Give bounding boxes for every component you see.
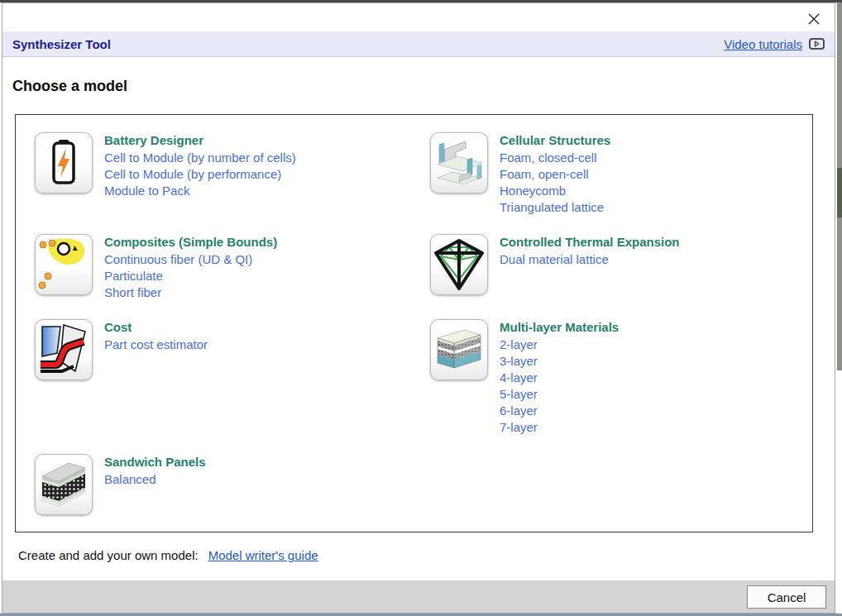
group-composites: Composites (Simple Bounds) Continuous fi…: [35, 234, 430, 301]
model-chooser-panel: Battery Designer Cell to Module (by numb…: [15, 114, 813, 532]
link-module-to-pack[interactable]: Module to Pack: [104, 183, 296, 199]
link-foam-closed-cell[interactable]: Foam, closed-cell: [500, 150, 610, 166]
group-title: Composites (Simple Bounds): [104, 234, 277, 251]
close-button[interactable]: [804, 9, 824, 29]
create-model-line: Create and add your own model:Model writ…: [18, 548, 318, 562]
link-particulate[interactable]: Particulate: [104, 268, 277, 284]
page-title: Choose a model: [12, 78, 127, 95]
group-title: Cellular Structures: [500, 132, 610, 149]
link-continuous-fiber[interactable]: Continuous fiber (UD & QI): [104, 251, 277, 268]
sandwich-panel-icon: [35, 454, 93, 515]
cost-icon: [35, 319, 93, 380]
title-bar: [2, 3, 835, 31]
synthesizer-tool-dialog: Synthesizer Tool Video tutorials Choose …: [0, 0, 842, 616]
link-2-layer[interactable]: 2-layer: [500, 337, 619, 353]
group-controlled-thermal-expansion: Controlled Thermal Expansion Dual materi…: [430, 234, 812, 295]
group-sandwich-panels: Sandwich Panels Balanced: [35, 454, 430, 515]
dialog-title: Synthesizer Tool: [12, 37, 111, 51]
background-window-right-edge: [837, 2, 842, 370]
group-title: Controlled Thermal Expansion: [500, 234, 680, 251]
group-cost: Cost Part cost estimator: [35, 319, 430, 380]
close-icon: [808, 13, 820, 25]
link-balanced[interactable]: Balanced: [104, 471, 206, 488]
link-part-cost-estimator[interactable]: Part cost estimator: [104, 337, 208, 353]
group-multilayer-materials: Multi-layer Materials 2-layer 3-layer 4-…: [430, 319, 812, 436]
battery-icon: [35, 132, 93, 193]
link-4-layer[interactable]: 4-layer: [500, 370, 619, 386]
footer-button-bar: Cancel: [2, 580, 835, 613]
model-writers-guide-link[interactable]: Model writer's guide: [208, 548, 318, 562]
link-triangulated-lattice[interactable]: Triangulated lattice: [500, 199, 610, 216]
group-battery-designer: Battery Designer Cell to Module (by numb…: [35, 132, 430, 199]
thermal-expansion-lattice-icon: [430, 234, 488, 295]
link-foam-open-cell[interactable]: Foam, open-cell: [500, 166, 610, 183]
link-cell-to-module-cells[interactable]: Cell to Module (by number of cells): [104, 150, 296, 166]
link-cell-to-module-performance[interactable]: Cell to Module (by performance): [104, 166, 296, 183]
link-short-fiber[interactable]: Short fiber: [104, 284, 277, 301]
group-title: Multi-layer Materials: [500, 319, 619, 336]
composites-icon: [35, 234, 93, 295]
group-cellular-structures: Cellular Structures Foam, closed-cell Fo…: [430, 132, 812, 216]
link-honeycomb[interactable]: Honeycomb: [500, 183, 610, 199]
group-title: Cost: [104, 319, 208, 336]
link-5-layer[interactable]: 5-layer: [500, 386, 619, 403]
group-title: Sandwich Panels: [104, 454, 206, 470]
link-7-layer[interactable]: 7-layer: [500, 419, 619, 436]
dialog-window: Synthesizer Tool Video tutorials Choose …: [2, 2, 835, 614]
group-title: Battery Designer: [104, 132, 296, 149]
cancel-button[interactable]: Cancel: [747, 585, 826, 609]
video-play-icon[interactable]: [809, 38, 825, 50]
dialog-header: Synthesizer Tool Video tutorials: [2, 31, 835, 57]
link-3-layer[interactable]: 3-layer: [500, 353, 619, 370]
video-tutorials-link[interactable]: Video tutorials: [724, 37, 802, 51]
link-dual-material-lattice[interactable]: Dual material lattice: [500, 251, 680, 268]
link-6-layer[interactable]: 6-layer: [500, 403, 619, 419]
cellular-structures-icon: [430, 132, 488, 193]
create-model-text: Create and add your own model:: [18, 548, 199, 562]
multilayer-stack-icon: [430, 319, 488, 380]
